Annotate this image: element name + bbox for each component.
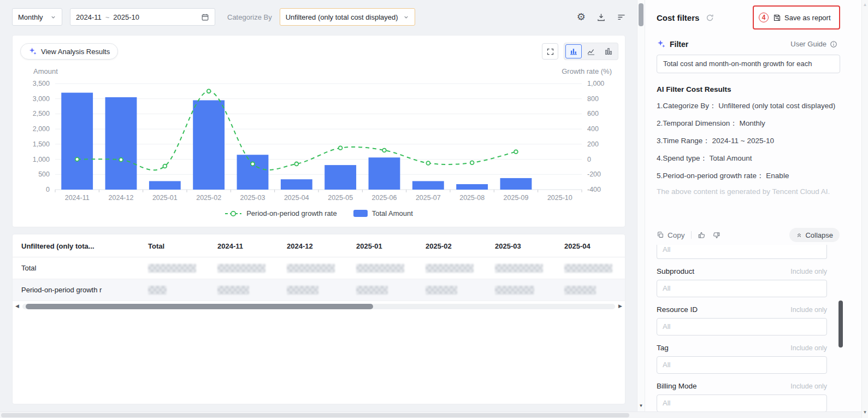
thumbs-up-button[interactable] [698,231,706,239]
filter-input-tag[interactable]: All [657,356,827,374]
svg-text:2025-02: 2025-02 [196,194,221,202]
redacted-value [426,264,474,273]
filter-mode-resource-id[interactable]: Include only [790,306,827,314]
page-horizontal-scrollbar[interactable] [0,411,861,418]
table-header-2: 2024-11 [209,234,278,257]
cost-table: Unfiltered (only tota...Total2024-112024… [13,234,625,301]
ai-disclaimer: The above content is generated by Tencen… [657,187,841,196]
svg-text:2025-04: 2025-04 [284,194,309,202]
chart-type-histogram-button[interactable] [565,44,582,58]
scroll-down-arrow-icon[interactable]: ▼ [862,410,868,415]
filter-label-billing-mode: Billing Mode [657,382,697,390]
chart-legend: Period-on-period growth rate Total Amoun… [13,209,625,217]
collapse-button[interactable]: Collapse [789,228,840,242]
fullscreen-button[interactable] [542,43,558,60]
svg-text:2,500: 2,500 [33,110,50,117]
redacted-value [148,264,196,273]
legend-label-growth-rate: Period-on-period growth rate [246,209,336,217]
categorize-select[interactable]: Unfiltered (only total cost displayed) [280,8,415,26]
main-vertical-scrollbar[interactable]: ▼ [637,0,645,411]
svg-text:-400: -400 [587,186,601,193]
filter-field-subproduct: Subproduct Include only All [657,267,827,297]
date-range-picker[interactable]: 2024-11 ~ 2025-10 [70,8,215,26]
scroll-up-arrow-icon[interactable]: ▲ [862,2,868,7]
copy-button[interactable]: Copy [657,231,685,239]
results-list: 1.Categorize By： Unfiltered (only total … [657,100,841,181]
table-row[interactable]: Period-on-period growth r [13,279,625,301]
redacted-value [495,264,543,273]
filter-input-billing-mode[interactable]: All [657,395,827,411]
filter-mode-tag[interactable]: Include only [790,344,827,352]
filter-input-partial[interactable]: All [657,245,827,259]
result-line-2: 2.Temporal Dimension： Monthly [657,117,841,129]
ai-filter-results: AI Filter Cost Results 1.Categorize By： … [657,85,841,196]
result-line-4: 4.Spend type： Total Amount [657,152,841,164]
settings-gear-button[interactable]: ⚙ [577,12,586,22]
filter-fields: All Subproduct Include only All Resource… [657,245,827,411]
sidebar-inner-scrollbar[interactable] [839,245,843,411]
panel-header: Cost filters [657,13,714,22]
svg-text:2024-12: 2024-12 [109,194,134,202]
svg-text:200: 200 [587,140,599,148]
scroll-down-arrow-icon[interactable]: ▼ [637,403,645,408]
filter-mode-subproduct[interactable]: Include only [790,268,827,275]
ai-sparkle-icon [28,47,37,56]
step-number-badge: 4 [759,13,769,22]
page-vertical-scrollbar[interactable]: ▲ ▼ [861,0,868,418]
table-header-0: Unfiltered (only tota... [13,234,139,257]
svg-text:-200: -200 [587,170,601,178]
redacted-value [564,264,612,273]
filter-input-resource-id[interactable]: All [657,318,827,335]
vscroll-thumb[interactable] [639,3,643,26]
analysis-button-label: View Analysis Results [41,48,110,56]
view-analysis-results-button[interactable]: View Analysis Results [20,43,118,60]
legend-bar-marker-icon [353,210,368,217]
download-button[interactable] [597,13,606,22]
table-header-3: 2024-12 [278,234,347,257]
svg-text:3,000: 3,000 [33,95,50,103]
ai-filter-query-input[interactable]: Total cost and month-on-month growth for… [657,55,840,73]
scroll-right-arrow-icon[interactable]: ▶ [618,303,622,309]
user-guide-link[interactable]: User Guide [790,40,837,48]
redacted-value [287,286,318,295]
svg-text:0: 0 [46,186,50,193]
svg-text:1,000: 1,000 [33,156,50,163]
granularity-select[interactable]: Monthly [12,8,62,26]
thumbs-down-button[interactable] [712,231,721,239]
chart-tools [542,43,618,60]
filter-label-subproduct: Subproduct [657,267,694,275]
thumbs-up-icon [698,231,706,239]
table-header-1: Total [139,234,209,257]
svg-text:800: 800 [587,95,599,103]
svg-text:2025-08: 2025-08 [459,194,485,202]
legend-item-total-amount[interactable]: Total Amount [353,209,413,217]
svg-text:500: 500 [38,170,50,178]
legend-item-growth-rate[interactable]: Period-on-period growth rate [225,209,336,217]
axis-titles: Amount Growth rate (%) [13,67,625,75]
table-header-7: 2025-04 [556,234,625,257]
main-content: Monthly 2024-11 ~ 2025-10 Categorize By … [0,0,637,411]
filter-input-subproduct[interactable]: All [657,280,827,297]
filter-mode-billing-mode[interactable]: Include only [790,382,827,390]
categorize-value: Unfiltered (only total cost displayed) [286,13,398,21]
legend-line-marker-icon [225,210,242,217]
redacted-value [564,286,596,295]
chart-type-column-button[interactable] [600,44,617,58]
svg-text:2025-05: 2025-05 [328,194,353,202]
svg-text:2025-03: 2025-03 [240,194,265,202]
svg-text:2025-07: 2025-07 [416,194,441,202]
cost-chart[interactable]: 05001,0001,5002,0002,5003,0003,500-400-2… [16,79,622,215]
inner-scroll-thumb[interactable] [839,301,843,348]
hscroll-thumb[interactable] [26,304,373,309]
scroll-left-arrow-icon[interactable]: ◀ [15,303,19,309]
chart-type-line-button[interactable] [583,44,599,58]
line-chart-icon [587,47,595,56]
redacted-value [356,286,388,295]
page-hscroll-thumb[interactable] [1,413,629,417]
filter-label-resource-id: Resource ID [657,305,698,314]
table-row[interactable]: Total [13,257,625,279]
save-as-report-button[interactable]: Save as report [773,14,831,22]
chevron-down-icon [403,14,409,20]
display-options-button[interactable] [617,13,626,22]
refresh-icon[interactable] [706,14,714,22]
